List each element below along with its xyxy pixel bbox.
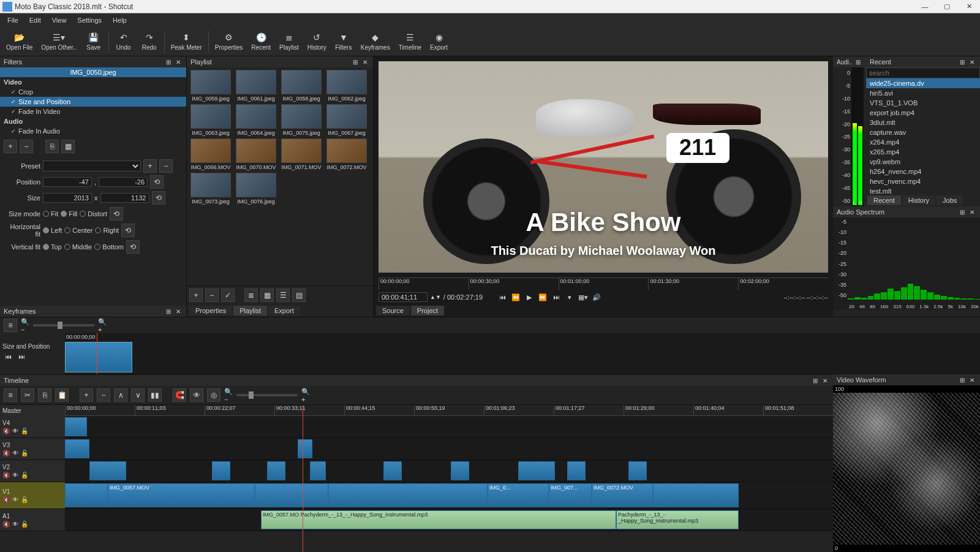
timeline-clip[interactable] [65,483,108,507]
playlist-item[interactable]: IMG_0061.jpeg [235,70,277,102]
track-mute-icon[interactable]: 🔇 [2,428,10,434]
waveform-close-icon[interactable]: ✕ [968,376,976,384]
playlist-dock-icon[interactable]: ⊞ [351,58,360,66]
filter-checkbox-icon[interactable]: ✓ [11,128,16,134]
track-hide-icon[interactable]: 👁 [12,521,18,527]
properties-button[interactable]: ⚙Properties [211,31,247,52]
filter-checkbox-icon[interactable]: ✓ [11,89,16,95]
size-h-input[interactable] [100,193,149,203]
playlist-add-button[interactable]: + [189,289,203,302]
minimize-button[interactable]: — [916,1,933,13]
skip-start-button[interactable]: ⏮ [497,292,507,302]
recent-item[interactable]: VTS_01_1.VOB [866,98,980,108]
timeline-clip[interactable]: IMG_0057.MOV [108,483,255,507]
copy-filter-button[interactable]: ⎘ [45,140,59,153]
playlist-item[interactable]: IMG_0067.jpeg [325,104,368,136]
menu-help[interactable]: Help [108,15,132,25]
kf-clip[interactable] [65,342,132,372]
track-hide-icon[interactable]: 👁 [12,450,18,456]
peak-meter-button[interactable]: ⬍Peak Meter [167,31,206,52]
recent-item[interactable]: hiri5.avi [866,88,980,98]
playlist-item[interactable]: IMG_0063.jpeg [189,104,232,136]
track-header-v4[interactable]: V4🔇👁🔓 [0,416,65,437]
loop-button[interactable]: ▾ [565,292,575,302]
tl-lift-button[interactable]: ∧ [114,388,127,402]
filter-item[interactable]: ✓Crop [0,87,186,97]
playlist-item[interactable]: IMG_0075.jpeg [280,104,323,136]
horizfit-center[interactable]: Center [64,227,92,234]
tl-zoom-in-icon[interactable]: 🔍+ [301,391,310,399]
kf-next-button[interactable]: ⏭ [17,352,26,361]
recent-item[interactable]: 3dlut.mlt [866,118,980,127]
track-mute-icon[interactable]: 🔇 [2,450,10,456]
track-hide-icon[interactable]: 👁 [12,472,18,478]
recent-tab-jobs[interactable]: Jobs [937,195,963,205]
recent-item[interactable]: vp9.webm [866,157,980,167]
recent-item[interactable]: capture.wav [866,127,980,137]
playlist-tab-properties[interactable]: Properties [189,306,232,316]
timeline-clip[interactable] [567,461,586,480]
playlist-item[interactable]: IMG_0064.jpeg [235,104,277,136]
volume-button[interactable]: 🔊 [592,292,601,302]
playlist-button[interactable]: ≣Playlist [276,31,303,52]
timeline-clip[interactable] [298,439,312,458]
sizemode-distort[interactable]: Distort [80,210,107,217]
size-reset-button[interactable]: ⟲ [152,191,165,205]
playlist-tab-export[interactable]: Export [268,306,300,316]
recent-close-icon[interactable]: ✕ [968,58,976,66]
size-w-input[interactable] [43,193,92,203]
tl-split-button[interactable]: ▮▮ [148,388,162,402]
track-lock-icon[interactable]: 🔓 [21,450,28,456]
track-hide-icon[interactable]: 👁 [12,496,18,503]
timeline-clip[interactable] [628,461,647,480]
track-content[interactable] [65,416,833,437]
play-button[interactable]: ▶ [524,292,534,302]
menu-settings[interactable]: Settings [72,15,107,25]
timeline-clip[interactable] [328,483,488,507]
remove-filter-button[interactable]: − [20,140,33,153]
track-mute-icon[interactable]: 🔇 [2,472,10,478]
recent-button[interactable]: 🕒Recent [247,31,274,52]
timeline-clip[interactable] [310,461,326,480]
timeline-clip[interactable] [451,461,469,480]
tl-paste-button[interactable]: 📋 [55,388,69,402]
sizemode-fill[interactable]: Fill [61,210,77,217]
keyframes-dock-icon[interactable]: ⊞ [164,307,173,316]
timecode-current-input[interactable] [379,292,428,302]
grid-button[interactable]: ▦▾ [578,292,588,302]
timeline-clip[interactable] [383,461,402,480]
recent-search-input[interactable] [866,67,980,78]
playlist-item[interactable]: IMG_0059.jpeg [189,70,232,102]
timeline-clip[interactable]: IMG_0... [488,483,549,507]
track-header-v3[interactable]: V3🔇👁🔓 [0,438,65,459]
sizemode-reset-button[interactable]: ⟲ [110,207,123,221]
history-button[interactable]: ↺History [304,31,330,52]
tl-master-label[interactable]: Master [0,405,65,416]
tl-copy-button[interactable]: ⎘ [38,388,51,402]
track-lock-icon[interactable]: 🔓 [21,521,28,527]
track-content[interactable]: IMG_0057.MOVIMG_0...IMG_007...IMG_0072.M… [65,482,833,509]
playlist-icon-view-button[interactable]: ☰ [276,289,290,302]
timeline-clip[interactable]: Pachyderm_-_13_-_Happy_Song_instrumental… [616,510,739,529]
timeline-ruler[interactable]: 00:00:00;0000:00:11;0300:00:22;0700:00:3… [65,405,833,416]
tl-snap-button[interactable]: 🧲 [173,388,186,402]
playlist-list-view-button[interactable]: ≣ [244,289,258,302]
recent-item[interactable]: x265.mp4 [866,147,980,157]
position-reset-button[interactable]: ⟲ [150,175,164,189]
undo-button[interactable]: ↶Undo [111,31,136,52]
playlist-check-button[interactable]: ✓ [221,289,235,302]
playlist-grid-view-button[interactable]: ▦ [260,289,274,302]
recent-tab-recent[interactable]: Recent [867,195,901,205]
playlist-tiles-view-button[interactable]: ▤ [292,289,306,302]
kf-prev-button[interactable]: ⏮ [4,352,12,361]
filter-item[interactable]: ✓Fade In Audio [0,126,186,136]
track-lock-icon[interactable]: 🔓 [21,428,28,434]
tl-ripple-button[interactable]: ◎ [207,388,221,402]
timeline-clip[interactable] [65,439,89,458]
timeline-close-icon[interactable]: ✕ [821,376,829,385]
tl-zoom-out-icon[interactable]: 🔍− [224,391,233,399]
playlist-item[interactable]: IMG_0073.jpeg [189,173,232,205]
recent-item[interactable]: test.mlt [866,186,980,194]
filters-close-icon[interactable]: ✕ [174,58,183,66]
playlist-remove-button[interactable]: − [205,289,219,302]
